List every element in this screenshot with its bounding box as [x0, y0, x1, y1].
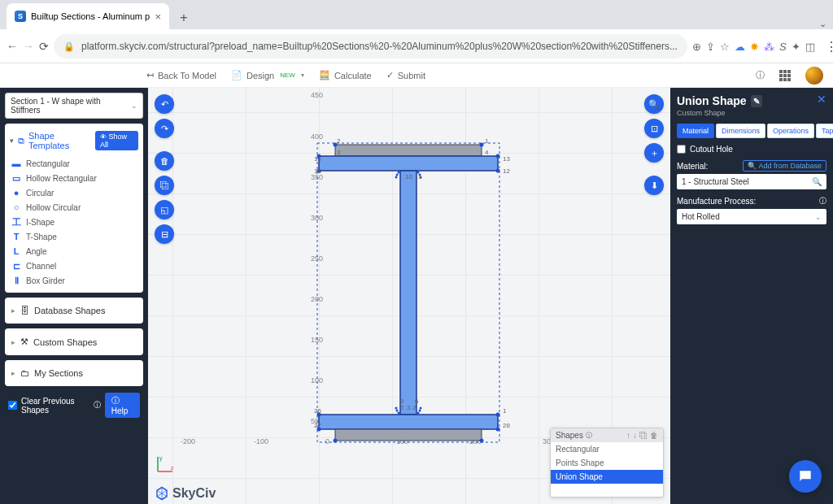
add-shape-button[interactable]: ＋ — [644, 143, 664, 163]
search-icon[interactable]: ⊕ — [692, 36, 701, 57]
section-selector[interactable]: Section 1 - W shape with Stiffners ⌄ — [5, 93, 143, 119]
close-panel-icon[interactable]: ✕ — [817, 93, 826, 106]
extension-dots-icon[interactable]: ⁂ — [764, 36, 774, 57]
database-shapes-row[interactable]: ▸🗄Database Shapes — [5, 298, 143, 324]
shape-template-item[interactable]: TT-Shape — [10, 229, 138, 244]
info-icon[interactable]: ⓘ — [819, 196, 826, 206]
shapes-panel-header[interactable]: Shapes ⓘ ↑ ↓ ⿻ 🗑 — [551, 428, 663, 442]
submit-button[interactable]: ✓Submit — [386, 70, 425, 80]
logo-icon — [155, 486, 169, 501]
shape-label: Angle — [26, 247, 47, 256]
browser-tab[interactable]: S Builtup Sections - Aluminum p × — [7, 3, 169, 29]
tab-material[interactable]: Material — [677, 124, 714, 138]
zoom-in-button[interactable]: 🔍 — [644, 94, 664, 114]
delete-icon[interactable]: 🗑 — [650, 431, 658, 440]
apps-grid-icon[interactable] — [779, 70, 791, 81]
back-to-model-button[interactable]: ↤Back To Model — [146, 70, 216, 80]
redo-button[interactable]: ↷ — [155, 119, 174, 138]
new-tab-button[interactable]: + — [172, 7, 195, 29]
shape-icon: ○ — [11, 202, 21, 212]
svg-text:10: 10 — [405, 173, 412, 180]
section-shape[interactable]: 12 34 1314 1512 1011 126 2728 532 69 — [294, 137, 522, 462]
doc-icon: 📄 — [231, 70, 242, 80]
caret-right-icon: ▸ — [11, 306, 15, 315]
calculate-button[interactable]: 🧮Calculate — [319, 70, 372, 80]
mirror-button[interactable]: ⊟ — [155, 224, 174, 244]
material-input[interactable]: 1 - Structural Steel 🔍 — [677, 174, 826, 189]
back-button[interactable]: ← — [7, 35, 18, 58]
download-button[interactable]: ⬇ — [644, 176, 664, 195]
search-icon[interactable]: 🔍 — [812, 177, 822, 186]
shape-row-union[interactable]: Union Shape — [551, 470, 663, 484]
svg-text:4: 4 — [485, 149, 489, 156]
right-panel: ✕ Union Shape ✎ Custom Shape Material Di… — [670, 88, 833, 504]
shape-template-item[interactable]: ⅡBox Girder — [10, 273, 138, 288]
extension-s-icon[interactable]: S — [779, 36, 787, 57]
shape-templates-header[interactable]: ▾ ⧉ Shape Templates 👁 Show All — [10, 128, 138, 153]
custom-shapes-row[interactable]: ▸⚒Custom Shapes — [5, 328, 143, 355]
manufacture-select[interactable]: Hot Rolled ⌄ — [677, 209, 826, 224]
extensions-icon[interactable]: ✦ — [792, 36, 800, 57]
delete-button[interactable]: 🗑 — [155, 151, 174, 171]
copy-button[interactable]: ⿻ — [155, 176, 174, 195]
help-button[interactable]: ⓘ Help — [105, 393, 140, 418]
copy-icon[interactable]: ⿻ — [639, 431, 648, 440]
tab-dimensions[interactable]: Dimensions — [716, 124, 765, 138]
chat-bubble-button[interactable] — [789, 460, 822, 493]
close-tab-icon[interactable]: × — [155, 11, 161, 23]
sidepanel-icon[interactable]: ◫ — [805, 36, 815, 57]
shape-template-item[interactable]: LAngle — [10, 244, 138, 259]
shape-template-item[interactable]: ▬Rectangular — [10, 156, 138, 171]
shape-template-item[interactable]: ▭Hollow Rectangular — [10, 171, 138, 185]
add-from-database-button[interactable]: 🔍 Add from Database — [743, 160, 826, 172]
manufacture-field-row: Manufacture Process: ⓘ — [677, 196, 826, 206]
reload-button[interactable]: ⟳ — [39, 35, 49, 58]
user-avatar[interactable] — [805, 67, 823, 85]
templates-icon: ⧉ — [18, 136, 24, 146]
chat-icon — [797, 468, 813, 484]
edit-title-icon[interactable]: ✎ — [751, 95, 762, 107]
svg-point-11 — [496, 413, 500, 417]
database-icon: 🗄 — [20, 306, 29, 315]
shape-row-rectangular[interactable]: Rectangular — [551, 442, 663, 456]
shape-template-item[interactable]: ●Circular — [10, 185, 138, 200]
custom-icon: ⚒ — [20, 337, 28, 347]
cutout-hole-checkbox[interactable] — [677, 145, 686, 154]
clear-previous-checkbox[interactable] — [8, 401, 17, 410]
show-all-button[interactable]: 👁 Show All — [95, 131, 138, 150]
manufacture-label: Manufacture Process: — [677, 197, 756, 206]
canvas-tools-left: ↶ ↷ 🗑 ⿻ ◱ ⊟ — [155, 94, 174, 244]
help-menu-icon[interactable]: ⓘ — [756, 69, 765, 81]
shape-template-item[interactable]: 工I-Shape — [10, 215, 138, 229]
axis-indicator: yz — [155, 454, 176, 476]
shape-icon: Ⅱ — [11, 276, 21, 285]
browser-menu-icon[interactable]: ⋮ — [825, 36, 833, 57]
bookmark-icon[interactable]: ☆ — [720, 36, 730, 57]
tab-title: Builtup Sections - Aluminum p — [31, 11, 150, 21]
templates-header-label: Shape Templates — [28, 131, 91, 150]
shape-row-points[interactable]: Points Shape — [551, 456, 663, 470]
shape-template-item[interactable]: ⊏Channel — [10, 259, 138, 273]
extension-cloud-icon[interactable]: ☁ — [735, 36, 745, 57]
rotate-button[interactable]: ◱ — [155, 200, 174, 219]
tabs-menu-icon[interactable]: ⌄ — [819, 19, 826, 29]
tab-operations[interactable]: Operations — [767, 124, 814, 138]
info-icon[interactable]: ⓘ — [586, 431, 592, 440]
svg-point-27 — [417, 412, 420, 415]
url-field[interactable]: 🔒 platform.skyciv.com/structural?preload… — [54, 34, 687, 59]
shape-template-item[interactable]: ○Hollow Circular — [10, 200, 138, 215]
extension-gear-icon[interactable]: ✸ — [750, 36, 759, 57]
move-up-icon[interactable]: ↑ — [626, 431, 630, 440]
svg-text:15: 15 — [314, 167, 321, 175]
forward-button[interactable]: → — [23, 35, 34, 58]
zoom-fit-button[interactable]: ⊡ — [644, 119, 664, 138]
share-icon[interactable]: ⇪ — [706, 36, 715, 57]
my-sections-row[interactable]: ▸🗀My Sections — [5, 360, 143, 386]
info-icon[interactable]: ⓘ — [94, 400, 101, 411]
undo-button[interactable]: ↶ — [155, 94, 174, 114]
canvas-area[interactable]: 450 400 350 300 250 200 150 100 50 -200 … — [148, 88, 670, 504]
design-button[interactable]: 📄DesignNEW▾ — [231, 70, 304, 80]
move-down-icon[interactable]: ↓ — [633, 431, 637, 440]
shapes-floating-panel[interactable]: Shapes ⓘ ↑ ↓ ⿻ 🗑 Rectangular Points Shap… — [550, 428, 664, 497]
tab-taper[interactable]: Taper — [816, 124, 833, 138]
